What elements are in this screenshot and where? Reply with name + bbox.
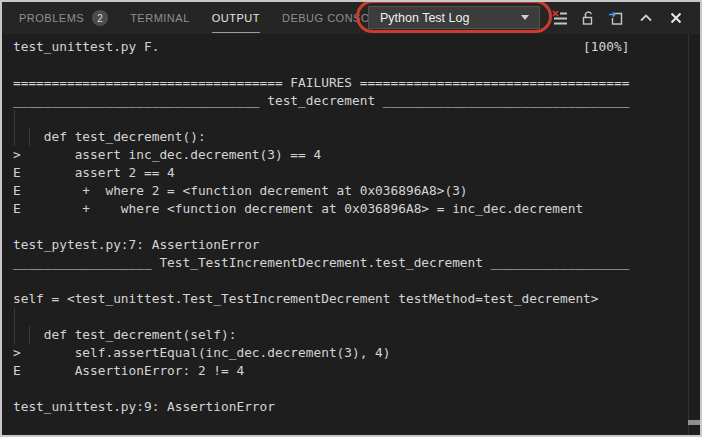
tab-terminal[interactable]: TERMINAL bbox=[130, 2, 190, 34]
output-channel-value: Python Test Log bbox=[380, 11, 521, 25]
log-line: E + where 2 = <function decrement at 0x0… bbox=[13, 182, 700, 200]
log-line: > self.assertEqual(inc_dec.decrement(3),… bbox=[13, 344, 700, 362]
output-log[interactable]: test_unittest.py F. [100%]==============… bbox=[2, 34, 700, 435]
open-log-file-icon bbox=[608, 10, 624, 26]
log-line: self = <test_unittest.Test_TestIncrement… bbox=[13, 290, 700, 308]
log-line: test_pytest.py:7: AssertionError bbox=[13, 236, 700, 254]
tab-output[interactable]: OUTPUT bbox=[212, 2, 260, 34]
indent-guide bbox=[14, 308, 15, 344]
log-line: ________________________________ test_de… bbox=[13, 92, 700, 110]
log-line: E + where <function decrement at 0x03689… bbox=[13, 200, 700, 218]
overview-ruler-marker bbox=[688, 420, 700, 425]
output-channel-select[interactable]: Python Test Log bbox=[368, 6, 540, 29]
log-line: E AssertionError: 2 != 4 bbox=[13, 362, 700, 380]
open-log-file-button[interactable] bbox=[607, 9, 625, 27]
close-icon bbox=[668, 10, 684, 26]
log-line bbox=[13, 110, 700, 128]
panel-header: PROBLEMS 2 TERMINAL OUTPUT DEBUG CONSOLE… bbox=[2, 2, 700, 34]
log-line: E assert 2 == 4 bbox=[13, 164, 700, 182]
chevron-up-icon bbox=[638, 10, 654, 26]
log-line: > assert inc_dec.decrement(3) == 4 bbox=[13, 146, 700, 164]
tab-problems-label: PROBLEMS bbox=[19, 12, 84, 24]
indent-guide bbox=[29, 326, 30, 344]
tab-problems[interactable]: PROBLEMS 2 bbox=[19, 2, 108, 34]
indent-guide bbox=[14, 110, 15, 146]
indent-guide bbox=[29, 128, 30, 146]
log-line bbox=[13, 308, 700, 326]
output-panel: PROBLEMS 2 TERMINAL OUTPUT DEBUG CONSOLE… bbox=[0, 0, 702, 437]
log-line: def test_decrement(self): bbox=[13, 326, 700, 344]
log-line: def test_decrement(): bbox=[13, 128, 700, 146]
unlock-icon bbox=[580, 10, 596, 26]
chevron-down-icon bbox=[521, 15, 529, 20]
log-line: test_unittest.py F. [100%] bbox=[13, 38, 700, 56]
log-line bbox=[13, 380, 700, 398]
log-line: __________________ Test_TestIncrementDec… bbox=[13, 254, 700, 272]
log-line bbox=[13, 218, 700, 236]
overview-ruler-divider bbox=[688, 34, 689, 435]
output-area: test_unittest.py F. [100%]==============… bbox=[2, 34, 700, 435]
log-line: =================================== FAIL… bbox=[13, 74, 700, 92]
log-line: test_unittest.py:9: AssertionError bbox=[13, 398, 700, 416]
clear-output-button[interactable] bbox=[551, 9, 569, 27]
maximize-panel-button[interactable] bbox=[637, 9, 655, 27]
log-line bbox=[13, 272, 700, 290]
tab-output-label: OUTPUT bbox=[212, 12, 260, 24]
scroll-lock-button[interactable] bbox=[579, 9, 597, 27]
log-line bbox=[13, 56, 700, 74]
tab-terminal-label: TERMINAL bbox=[130, 12, 190, 24]
clear-output-icon bbox=[552, 10, 568, 26]
close-panel-button[interactable] bbox=[667, 9, 685, 27]
problems-count-badge: 2 bbox=[92, 10, 108, 26]
